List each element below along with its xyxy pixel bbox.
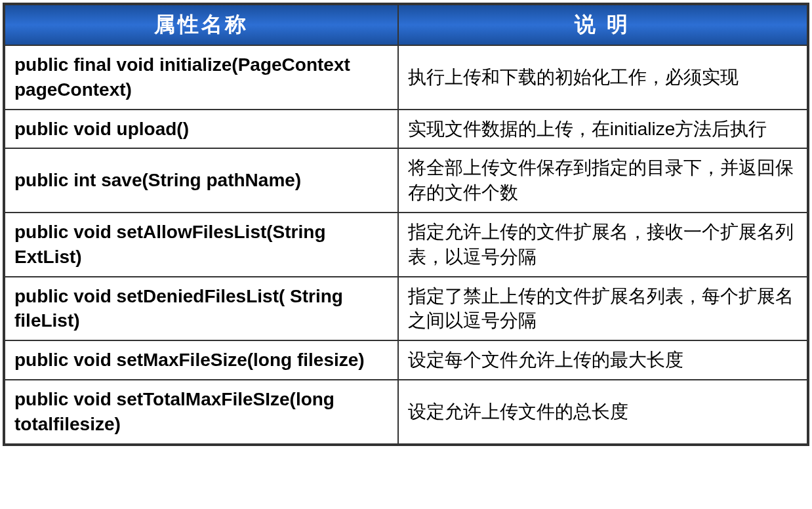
api-methods-table: 属性名称 说 明 public final void initialize(Pa… [3,3,809,446]
header-row: 属性名称 说 明 [5,5,807,45]
table-header: 属性名称 说 明 [5,5,807,45]
method-cell: public void setTotalMaxFileSIze(long tot… [5,380,398,444]
table-row: public void setMaxFileSize(long filesize… [5,340,807,380]
method-cell: public void setMaxFileSize(long filesize… [5,340,398,380]
description-cell: 设定允许上传文件的总长度 [398,380,807,444]
description-cell: 指定了禁止上传的文件扩展名列表，每个扩展名之间以逗号分隔 [398,277,807,341]
description-cell: 设定每个文件允许上传的最大长度 [398,340,807,380]
table-row: public int save(String pathName) 将全部上传文件… [5,148,807,213]
method-cell: public void setDeniedFilesList( String f… [5,277,398,341]
table-row: public final void initialize(PageContext… [5,45,807,110]
description-cell: 实现文件数据的上传，在initialize方法后执行 [398,110,807,149]
header-col-method: 属性名称 [5,5,398,45]
table-row: public void upload() 实现文件数据的上传，在initiali… [5,110,807,149]
description-cell: 执行上传和下载的初始化工作，必须实现 [398,45,807,110]
header-col-description: 说 明 [398,5,807,45]
table: 属性名称 说 明 public final void initialize(Pa… [4,4,808,445]
table-row: public void setDeniedFilesList( String f… [5,277,807,341]
table-body: public final void initialize(PageContext… [5,45,807,444]
method-cell: public void upload() [5,110,398,149]
description-cell: 将全部上传文件保存到指定的目录下，并返回保存的文件个数 [398,148,807,213]
table-row: public void setAllowFilesList(String Ext… [5,213,807,277]
description-cell: 指定允许上传的文件扩展名，接收一个扩展名列表，以逗号分隔 [398,213,807,277]
method-cell: public final void initialize(PageContext… [5,45,398,110]
method-cell: public void setAllowFilesList(String Ext… [5,213,398,277]
table-row: public void setTotalMaxFileSIze(long tot… [5,380,807,444]
method-cell: public int save(String pathName) [5,148,398,213]
